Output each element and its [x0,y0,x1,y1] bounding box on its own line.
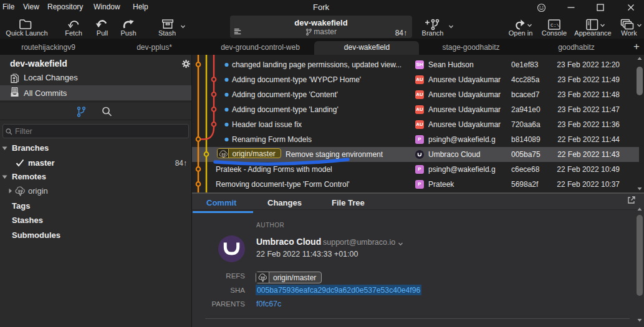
svg-text:C:\: C:\ [550,22,560,28]
